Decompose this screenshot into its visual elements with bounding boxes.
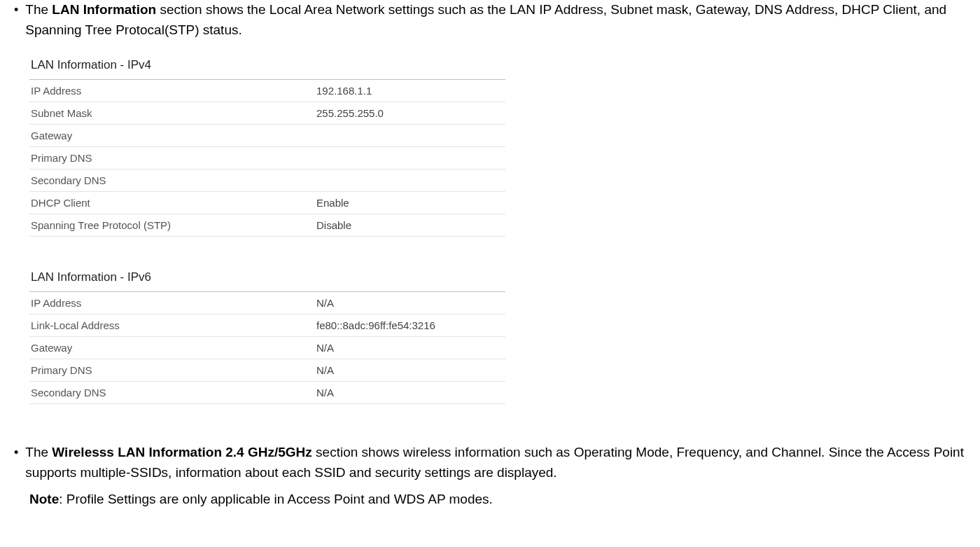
row-value [315, 147, 505, 169]
note-bold: Note [29, 492, 59, 506]
row-value [315, 169, 505, 192]
bullet-wireless-info: • The Wirelesss LAN Information 2.4 GHz/… [14, 443, 966, 483]
table-row: DHCP ClientEnable [29, 192, 505, 214]
row-label: Secondary DNS [29, 382, 315, 404]
bullet-dot-icon: • [14, 444, 18, 462]
note-suffix: : Profile Settings are only applicable i… [59, 492, 493, 506]
table-row: IP Address192.168.1.1 [29, 80, 505, 102]
ipv6-section-title: LAN Information - IPv6 [29, 265, 505, 292]
row-label: IP Address [29, 292, 315, 314]
table-row: Secondary DNSN/A [29, 382, 505, 404]
bullet-text: The Wirelesss LAN Information 2.4 GHz/5G… [25, 443, 966, 483]
ipv4-table: IP Address192.168.1.1 Subnet Mask255.255… [29, 80, 505, 237]
table-row: GatewayN/A [29, 337, 505, 359]
row-label: Gateway [29, 125, 315, 147]
row-value: 192.168.1.1 [315, 80, 505, 102]
bullet-lan-info: • The LAN Information section shows the … [14, 0, 966, 40]
row-label: Subnet Mask [29, 102, 315, 125]
row-label: Primary DNS [29, 147, 315, 169]
table-row: Gateway [29, 125, 505, 147]
table-row: IP AddressN/A [29, 292, 505, 314]
row-value: Enable [315, 192, 505, 214]
table-row: Primary DNSN/A [29, 359, 505, 382]
note-line: Note: Profile Settings are only applicab… [29, 490, 966, 510]
row-label: Primary DNS [29, 359, 315, 382]
row-label: Link-Local Address [29, 314, 315, 337]
table-row: Secondary DNS [29, 169, 505, 192]
row-label: Secondary DNS [29, 169, 315, 192]
bullet-text: The LAN Information section shows the Lo… [25, 0, 966, 40]
row-label: Gateway [29, 337, 315, 359]
text-suffix: section shows the Local Area Network set… [25, 2, 946, 37]
text-prefix: The [25, 445, 52, 459]
row-value: N/A [315, 382, 505, 404]
row-value [315, 125, 505, 147]
row-label: IP Address [29, 80, 315, 102]
text-bold: Wirelesss LAN Information 2.4 GHz/5GHz [52, 445, 312, 459]
text-prefix: The [25, 2, 52, 17]
row-value: N/A [315, 292, 505, 314]
row-value: N/A [315, 359, 505, 382]
lan-info-screenshot: LAN Information - IPv4 IP Address192.168… [29, 53, 505, 404]
row-label: Spanning Tree Protocol (STP) [29, 214, 315, 237]
row-value: Disable [315, 214, 505, 237]
row-value: 255.255.255.0 [315, 102, 505, 125]
row-label: DHCP Client [29, 192, 315, 214]
row-value: fe80::8adc:96ff:fe54:3216 [315, 314, 505, 337]
table-row: Subnet Mask255.255.255.0 [29, 102, 505, 125]
table-row: Spanning Tree Protocol (STP)Disable [29, 214, 505, 237]
ipv6-table: IP AddressN/A Link-Local Addressfe80::8a… [29, 292, 505, 404]
table-row: Link-Local Addressfe80::8adc:96ff:fe54:3… [29, 314, 505, 337]
ipv4-section-title: LAN Information - IPv4 [29, 53, 505, 80]
text-bold: LAN Information [52, 2, 156, 17]
bullet-dot-icon: • [14, 1, 18, 19]
table-row: Primary DNS [29, 147, 505, 169]
row-value: N/A [315, 337, 505, 359]
